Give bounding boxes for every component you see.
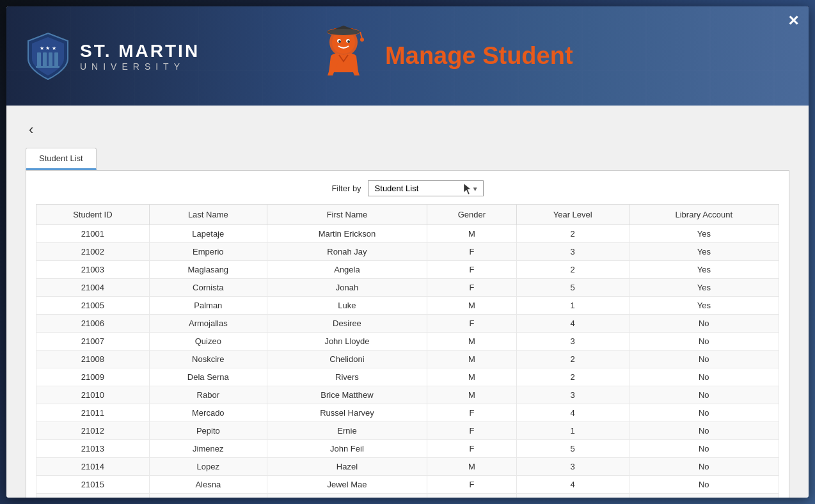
- header-row: Student IDLast NameFirst NameGenderYear …: [36, 205, 779, 225]
- cell-student-id: 21014: [36, 458, 150, 476]
- cell-gender: F: [427, 261, 517, 279]
- main-window: ★ ★ ★ ST. MARTIN UNIVERSITY: [6, 6, 809, 498]
- svg-point-15: [327, 29, 360, 35]
- cell-year-level: 2: [516, 368, 629, 386]
- table-row[interactable]: 21002EmperioRonah JayF3Yes: [36, 243, 779, 261]
- cell-last-name: Basmayor: [149, 494, 267, 498]
- cell-library-account: No: [629, 315, 779, 333]
- cell-student-id: 21008: [36, 350, 150, 368]
- table-row[interactable]: 21014LopezHazelM3No: [36, 458, 779, 476]
- cell-gender: M: [427, 225, 517, 243]
- graduation-icon: [315, 24, 372, 88]
- cell-first-name: Rivers: [267, 368, 427, 386]
- cell-first-name: Angela: [267, 261, 427, 279]
- cell-student-id: 21001: [36, 225, 150, 243]
- filter-select-wrapper: Student ListAll StudentsWith Library Acc…: [368, 180, 484, 196]
- filter-dropdown[interactable]: Student ListAll StudentsWith Library Acc…: [368, 180, 484, 196]
- svg-point-11: [347, 40, 350, 43]
- filter-label: Filter by: [331, 184, 361, 193]
- svg-point-17: [360, 38, 364, 42]
- cell-library-account: No: [629, 404, 779, 422]
- cell-last-name: Rabor: [149, 386, 267, 404]
- cell-first-name: Desiree: [267, 315, 427, 333]
- cell-year-level: 3: [516, 333, 629, 350]
- column-header-first-name: First Name: [267, 205, 427, 225]
- table-row[interactable]: 21001LapetajeMartin EricksonM2Yes: [36, 225, 779, 243]
- svg-line-16: [360, 32, 362, 38]
- close-button[interactable]: ✕: [787, 13, 799, 29]
- cell-last-name: Dela Serna: [149, 368, 267, 386]
- logo-section: ★ ★ ★ ST. MARTIN UNIVERSITY: [26, 31, 200, 82]
- cell-year-level: 2: [516, 261, 629, 279]
- cell-gender: M: [427, 368, 517, 386]
- table-row[interactable]: 21011MercadoRussel HarveyF4No: [36, 404, 779, 422]
- page-title: Manage Student: [385, 42, 573, 70]
- table-row[interactable]: 21013JimenezJohn FeilF5No: [36, 440, 779, 458]
- cell-last-name: Emperio: [149, 243, 267, 261]
- table-container: Filter by Student ListAll StudentsWith L…: [26, 170, 789, 498]
- cell-year-level: 4: [516, 315, 629, 333]
- table-row[interactable]: 21005PalmanLukeM1Yes: [36, 297, 779, 315]
- column-header-year-level: Year Level: [516, 205, 629, 225]
- cell-library-account: No: [629, 333, 779, 350]
- table-row[interactable]: 21009Dela SernaRiversM2No: [36, 368, 779, 386]
- table-row[interactable]: 21012PepitoErnieF1No: [36, 422, 779, 440]
- table-row[interactable]: 21003MaglasangAngelaF2Yes: [36, 261, 779, 279]
- cell-year-level: 2: [516, 350, 629, 368]
- table-row[interactable]: 21008NoskcireChelidoniM2No: [36, 350, 779, 368]
- cell-library-account: No: [629, 368, 779, 386]
- cell-library-account: No: [629, 386, 779, 404]
- cell-year-level: 3: [516, 458, 629, 476]
- cell-student-id: 21010: [36, 386, 150, 404]
- cell-gender: M: [427, 333, 517, 350]
- cell-last-name: Alesna: [149, 476, 267, 494]
- svg-rect-4: [54, 52, 58, 67]
- cell-student-id: 21005: [36, 297, 150, 315]
- table-row[interactable]: 21016BasmayorChristopherF4No: [36, 494, 779, 498]
- cell-year-level: 3: [516, 243, 629, 261]
- cell-last-name: Quizeo: [149, 333, 267, 350]
- back-button[interactable]: ‹: [26, 118, 36, 141]
- cell-student-id: 21006: [36, 315, 150, 333]
- cell-first-name: Chelidoni: [267, 350, 427, 368]
- svg-rect-5: [36, 66, 59, 68]
- cell-gender: F: [427, 315, 517, 333]
- tab-container: Student List: [26, 148, 789, 170]
- cell-year-level: 1: [516, 422, 629, 440]
- cell-gender: M: [427, 386, 517, 404]
- cell-last-name: Armojallas: [149, 315, 267, 333]
- table-body: 21001LapetajeMartin EricksonM2Yes21002Em…: [36, 225, 779, 498]
- cell-student-id: 21012: [36, 422, 150, 440]
- cell-year-level: 3: [516, 386, 629, 404]
- cell-last-name: Palman: [149, 297, 267, 315]
- tab-student-list[interactable]: Student List: [26, 148, 97, 170]
- cell-first-name: Russel Harvey: [267, 404, 427, 422]
- cell-library-account: Yes: [629, 297, 779, 315]
- cell-last-name: Jimenez: [149, 440, 267, 458]
- cell-student-id: 21004: [36, 279, 150, 297]
- table-row[interactable]: 21015AlesnaJewel MaeF4No: [36, 476, 779, 494]
- cell-library-account: Yes: [629, 279, 779, 297]
- cell-library-account: No: [629, 476, 779, 494]
- cell-last-name: Mercado: [149, 404, 267, 422]
- content-area: ‹ Student List Filter by Student ListAll…: [6, 106, 809, 498]
- svg-rect-1: [37, 52, 41, 67]
- cell-library-account: Yes: [629, 261, 779, 279]
- cell-first-name: Jewel Mae: [267, 476, 427, 494]
- cell-student-id: 21015: [36, 476, 150, 494]
- cell-gender: F: [427, 243, 517, 261]
- cell-last-name: Pepito: [149, 422, 267, 440]
- table-header: Student IDLast NameFirst NameGenderYear …: [36, 205, 779, 225]
- table-row[interactable]: 21006ArmojallasDesireeF4No: [36, 315, 779, 333]
- cell-library-account: No: [629, 350, 779, 368]
- table-row[interactable]: 21007QuizeoJohn LloydeM3No: [36, 333, 779, 350]
- table-row[interactable]: 21010RaborBrice MatthewM3No: [36, 386, 779, 404]
- cell-gender: M: [427, 458, 517, 476]
- cell-student-id: 21016: [36, 494, 150, 498]
- cell-gender: M: [427, 350, 517, 368]
- cell-student-id: 21007: [36, 333, 150, 350]
- cell-gender: F: [427, 422, 517, 440]
- table-row[interactable]: 21004CornistaJonahF5Yes: [36, 279, 779, 297]
- cell-gender: F: [427, 476, 517, 494]
- cell-first-name: Hazel: [267, 458, 427, 476]
